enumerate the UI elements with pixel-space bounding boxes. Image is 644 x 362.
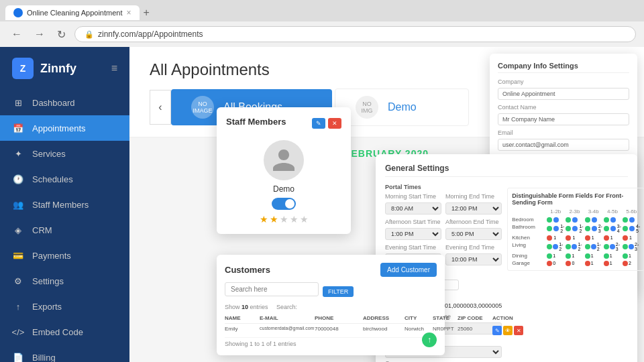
staff-name: Demo [226,184,341,194]
browser-chrome: Online Cleaning Appointment × + ← → ↻ 🔒 … [0,0,644,47]
entries-count: 10 [241,304,248,310]
staff-active-toggle[interactable] [272,198,296,210]
sidebar-item-schedules[interactable]: 🕐 Schedules [0,166,129,192]
services-icon: ✦ [12,147,24,160]
sidebar-label-payments: Payments [32,251,71,261]
crm-icon: ◈ [12,224,24,236]
row-email: customerdata@gmail.com [260,326,313,335]
right-panel: Distinguishable Form Fields For Front-Se… [507,184,644,362]
prev-arrow[interactable]: ‹ [150,90,171,125]
row-address: birchwood [363,326,403,335]
sidebar-label-exports: Exports [32,302,62,312]
add-customer-button[interactable]: Add Customer [380,263,437,277]
col-name: NAME [225,315,258,321]
distinguishable-panel: Distinguishable Form Fields For Front-Se… [507,188,644,271]
staff-edit-button[interactable]: ✎ [312,118,325,129]
sidebar-label-dashboard: Dashboard [32,98,75,108]
staff-delete-button[interactable]: ✕ [328,118,341,129]
star-4: ★ [290,214,299,225]
garage-row: Garage 0 0 1 1 2 [512,260,640,266]
app-container: Z Zinnfy ≡ ⊞ Dashboard 📅 Appointments ✦ … [0,47,644,362]
logo-icon: Z [12,58,34,79]
avatar-icon [270,147,297,174]
sidebar-item-exports[interactable]: ↑ Exports [0,294,129,319]
sidebar-item-services[interactable]: ✦ Services [0,141,129,166]
general-settings-title: General Settings [385,164,628,177]
sidebar-label-crm: CRM [32,225,52,235]
schedules-icon: 🕐 [12,173,24,185]
star-1: ★ [260,214,268,225]
email-input[interactable] [498,139,629,151]
scroll-up-button[interactable]: ↑ [422,333,437,347]
col-zip: ZIP CODE [458,315,491,321]
sidebar-item-staff[interactable]: 👥 Staff Members [0,192,129,217]
customer-search-input[interactable] [225,282,319,296]
browser-nav: ← → ↻ 🔒 zinnfy.com/app/Appointments [0,21,644,47]
company-input[interactable] [498,88,629,100]
tab-close-icon[interactable]: × [126,8,131,17]
sidebar-label-services: Services [32,149,66,159]
contact-row: Contact Name [498,104,629,125]
new-tab-button[interactable]: + [140,7,154,19]
col-action: ACTION [492,315,526,321]
morning-start-select[interactable]: 8:00 AM [385,202,441,215]
sidebar-item-appointments[interactable]: 📅 Appointments [0,115,129,141]
back-button[interactable]: ← [8,27,25,42]
filter-button[interactable]: FILTER [323,286,354,297]
sidebar-nav: ⊞ Dashboard 📅 Appointments ✦ Services 🕐 … [0,90,129,362]
table-row: Emily customerdata@gmail.com 70000048 bi… [225,324,437,338]
morning-start: Morning Start Time 8:00 AM [385,193,441,215]
company-settings-title: Company Info Settings [498,62,629,73]
sidebar-label-schedules: Schedules [32,174,73,184]
row-phone: 70000048 [315,326,362,335]
tab-title: Online Cleaning Appointment [27,9,122,17]
tab-favicon [13,8,23,17]
table-header: NAME E-MAIL PHONE ADDRESS CITY STATE ZIP… [225,313,437,324]
evening-end: Evening End Time 10:00 PM [445,244,502,265]
contact-input[interactable] [498,113,629,125]
sidebar-item-crm[interactable]: ◈ CRM [0,217,129,243]
company-name-row: Company [498,78,629,100]
sidebar-item-settings[interactable]: ⚙ Settings [0,268,129,294]
sidebar-item-dashboard[interactable]: ⊞ Dashboard [0,90,129,115]
forward-button[interactable]: → [31,27,48,42]
dashboard-icon: ⊞ [12,97,24,109]
address-bar[interactable]: 🔒 zinnfy.com/app/Appointments [74,26,636,42]
morning-end-select[interactable]: 12:00 PM [445,202,502,215]
url-text: zinnfy.com/app/Appointments [98,29,203,39]
afternoon-start-select[interactable]: 1:00 PM [385,228,441,240]
hamburger-icon[interactable]: ≡ [111,62,117,74]
logo-text: Zinnfy [40,62,76,76]
staff-icon: 👥 [12,198,24,210]
demo-no-image: NOIMG [356,96,378,119]
delete-customer-button[interactable]: ✕ [514,326,523,335]
bookings-no-image: NOIMAGE [191,96,214,119]
row-zip: 25060 [458,326,491,335]
sidebar-label-appointments: Appointments [32,123,86,133]
col-phone: PHONE [315,315,362,321]
show-entries: Show 10 entries Search: [225,304,437,310]
col-city: CITY [405,315,431,321]
sidebar-item-embed[interactable]: </> Embed Code [0,319,129,345]
col-email: E-MAIL [260,315,313,321]
star-2: ★ [270,214,278,225]
view-customer-button[interactable]: 👁 [503,326,513,335]
customers-overlay: Customers Add Customer FILTER Show 10 en… [217,255,445,355]
edit-customer-button[interactable]: ✎ [492,326,502,335]
evening-end-select[interactable]: 10:00 PM [445,253,502,265]
sidebar-label-staff: Staff Members [32,200,89,210]
sidebar-item-billing[interactable]: 📄 Billing [0,345,129,362]
lock-icon: 🔒 [85,30,94,39]
sidebar: Z Zinnfy ≡ ⊞ Dashboard 📅 Appointments ✦ … [0,47,129,362]
staff-action-buttons: ✎ ✕ [312,118,341,129]
appointments-icon: 📅 [12,122,24,134]
kitchen-row: Kitchen 1 1 1 1 1 [512,235,640,241]
refresh-button[interactable]: ↻ [54,27,69,42]
demo-card[interactable]: NOIMG Demo [335,88,469,126]
row-actions: ✎ 👁 ✕ [492,326,526,335]
active-tab[interactable]: Online Cleaning Appointment × [5,5,140,20]
sidebar-label-settings: Settings [32,276,64,286]
email-row: Email [498,129,629,151]
afternoon-end-select[interactable]: 5:00 PM [445,228,502,240]
sidebar-item-payments[interactable]: 💳 Payments [0,243,129,268]
